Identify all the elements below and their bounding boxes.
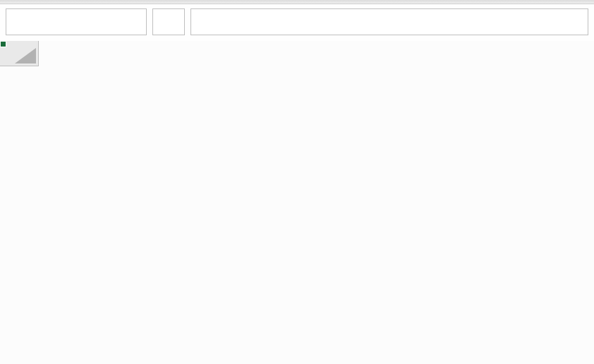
fill-handle[interactable]: [0, 41, 6, 47]
insert-function-button[interactable]: [152, 8, 185, 35]
formula-input[interactable]: [190, 8, 588, 35]
name-box[interactable]: [6, 8, 147, 35]
select-all-triangle-icon: [15, 48, 36, 63]
formula-bar: [0, 4, 594, 41]
